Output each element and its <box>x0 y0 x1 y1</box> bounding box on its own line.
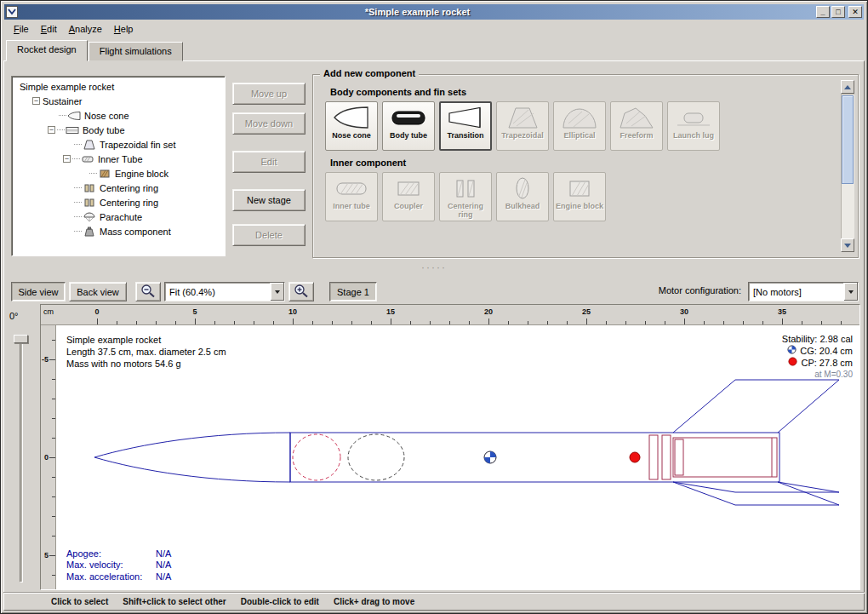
rotation-angle-label: 0° <box>9 311 19 321</box>
mass-component-outline[interactable] <box>348 434 404 480</box>
rotation-slider[interactable] <box>11 335 30 585</box>
cg-value: CG: 20.4 cm <box>800 345 853 357</box>
tab-flight-simulations[interactable]: Flight simulations <box>89 42 183 61</box>
move-up-button[interactable]: Move up <box>232 83 306 105</box>
tree-row[interactable]: Centering ring <box>14 181 225 195</box>
add-centering-ring-button[interactable]: Centering ring <box>439 172 492 221</box>
rotation-gutter: 0° <box>1 304 40 590</box>
fin-set-outline[interactable] <box>673 380 839 505</box>
scrollbar-thumb[interactable] <box>842 95 854 184</box>
parachute-outline[interactable] <box>293 434 340 480</box>
menu-analyze[interactable]: Analyze <box>63 22 108 36</box>
maximize-button[interactable]: □ <box>831 6 845 18</box>
scroll-down-button[interactable] <box>841 238 854 252</box>
tree-row[interactable]: Engine block <box>14 166 225 181</box>
cp-legend-icon <box>788 357 797 369</box>
add-coupler-button[interactable]: Coupler <box>382 172 435 221</box>
horizontal-ruler: 05101520253035 <box>56 305 859 325</box>
tree-connector <box>72 158 80 159</box>
zoom-out-button[interactable] <box>135 282 161 301</box>
delete-button[interactable]: Delete <box>232 224 306 246</box>
tree-row[interactable]: Simple example rocket <box>14 79 225 94</box>
component-button-label: Freeform <box>620 131 653 140</box>
chevron-down-icon <box>275 290 280 294</box>
add-trapezoidal-button[interactable]: Trapezoidal <box>496 101 549 151</box>
zoom-select-arrow[interactable] <box>270 283 284 301</box>
centering-ring-outline[interactable] <box>649 435 671 479</box>
tree-row[interactable]: −Sustainer <box>14 94 225 108</box>
tree-row[interactable]: Centering ring <box>14 195 225 209</box>
slider-track[interactable] <box>20 338 22 582</box>
tree-row[interactable]: −Body tube <box>14 123 225 137</box>
add-bulkhead-button[interactable]: Bulkhead <box>496 172 549 221</box>
add-nose-cone-button[interactable]: Nose cone <box>325 101 378 151</box>
scrollbar-track[interactable] <box>841 94 854 238</box>
component-panel-scrollbar[interactable] <box>841 80 854 252</box>
nose-cone-outline[interactable] <box>94 433 290 482</box>
component-tree[interactable]: Simple example rocket−SustainerNose cone… <box>11 76 226 256</box>
zoom-in-button[interactable] <box>288 282 314 301</box>
ruler-number: 20 <box>484 307 493 316</box>
arrow-up-icon <box>844 85 851 89</box>
tree-row[interactable]: Parachute <box>14 209 225 224</box>
add-launch-lug-button[interactable]: Launch lug <box>667 101 720 151</box>
rocket-drawing-area[interactable]: Simple example rocket Length 37.5 cm, ma… <box>56 325 859 589</box>
component-button-label: Nose cone <box>332 131 371 140</box>
parachute-icon <box>83 212 97 222</box>
cp-value: CP: 27.8 cm <box>801 357 853 369</box>
ruler-tick <box>49 457 55 458</box>
body-tube-outline[interactable] <box>290 433 779 482</box>
tree-item-label: Trapezoidal fin set <box>100 140 175 150</box>
new-stage-button[interactable]: New stage <box>232 189 306 211</box>
ruler-tick <box>52 379 55 380</box>
stage-1-toggle[interactable]: Stage 1 <box>329 282 377 301</box>
tree-row[interactable]: Trapezoidal fin set <box>14 137 225 152</box>
status-hint: Click+ drag to move <box>334 597 414 606</box>
zoom-select[interactable]: Fit (60.4%) <box>164 282 285 301</box>
menu-help[interactable]: Help <box>108 22 140 36</box>
slider-handle[interactable] <box>14 335 28 343</box>
tree-item-label: Mass component <box>100 227 171 237</box>
back-view-button[interactable]: Back view <box>69 282 127 301</box>
add-elliptical-button[interactable]: Elliptical <box>553 101 606 151</box>
tree-row[interactable]: Mass component <box>14 224 225 238</box>
tree-item-label: Sustainer <box>43 96 82 106</box>
zoom-out-icon <box>140 284 156 300</box>
ruler-number: 0 <box>44 453 49 462</box>
add-engine-block-button[interactable]: Engine block <box>553 172 606 221</box>
title-bar[interactable]: *Simple example rocket _ □ ✕ <box>4 4 864 20</box>
motor-select-arrow[interactable] <box>843 283 858 301</box>
move-down-button[interactable]: Move down <box>232 112 306 135</box>
motor-configuration-select[interactable]: [No motors] <box>748 282 859 301</box>
tree-expander-icon[interactable]: − <box>63 155 71 163</box>
side-view-button[interactable]: Side view <box>11 282 66 301</box>
app-icon[interactable] <box>6 6 18 18</box>
tree-row[interactable]: Nose cone <box>14 108 225 123</box>
add-transition-button[interactable]: Transition <box>439 101 492 151</box>
menu-file[interactable]: File <box>8 22 35 36</box>
ruler-tick <box>52 496 55 497</box>
add-body-tube-button[interactable]: Body tube <box>382 101 435 151</box>
splitter-handle[interactable]: ····· <box>1 261 867 273</box>
component-button-label: Inner tube <box>333 202 370 210</box>
menu-bar: FileEditAnalyzeHelp <box>4 20 864 37</box>
close-button[interactable]: ✕ <box>848 6 862 18</box>
inner-tube-outline[interactable] <box>673 438 777 477</box>
tab-rocket-design[interactable]: Rocket design <box>6 40 88 61</box>
tree-row[interactable]: −Inner Tube <box>14 152 225 166</box>
scroll-up-button[interactable] <box>841 80 854 94</box>
tab-strip: Rocket designFlight simulations <box>6 40 184 61</box>
add-inner-tube-button[interactable]: Inner tube <box>325 172 378 221</box>
engine-block-outline <box>675 439 683 475</box>
ruler-tick <box>782 318 783 324</box>
flight-data-row: Max. acceleration:N/A <box>66 571 171 583</box>
add-freeform-button[interactable]: Freeform <box>610 101 663 151</box>
minimize-button[interactable]: _ <box>816 6 830 18</box>
edit-button[interactable]: Edit <box>232 151 306 173</box>
tree-expander-icon[interactable]: − <box>32 97 40 105</box>
ruler-tick <box>586 318 587 324</box>
ruler-tick <box>704 321 705 324</box>
tree-expander-icon[interactable]: − <box>48 126 55 134</box>
ruler-number: 10 <box>288 307 297 316</box>
menu-edit[interactable]: Edit <box>35 22 63 36</box>
